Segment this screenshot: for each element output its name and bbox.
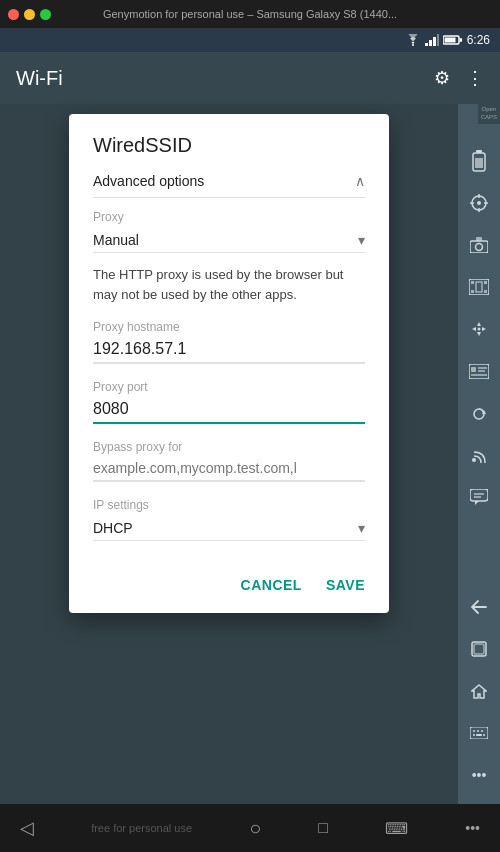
svg-point-52 — [483, 734, 485, 736]
sidebar-camera-icon[interactable] — [458, 224, 500, 266]
proxy-field-group: Proxy Manual ▾ — [93, 210, 365, 253]
svg-rect-21 — [471, 281, 474, 284]
svg-marker-45 — [472, 685, 486, 698]
app-bar: Wi-Fi ⚙ ⋮ — [0, 52, 500, 104]
proxy-port-group: Proxy port — [93, 380, 365, 424]
phone-frame: Genymotion for personal use – Samsung Ga… — [0, 0, 500, 852]
sidebar-rss-icon[interactable] — [458, 434, 500, 476]
sidebar-keyboard-icon[interactable] — [458, 712, 500, 754]
svg-rect-6 — [444, 38, 455, 43]
svg-rect-2 — [429, 40, 432, 46]
svg-point-30 — [478, 328, 481, 331]
sidebar-film-icon[interactable] — [458, 266, 500, 308]
svg-marker-29 — [482, 327, 486, 331]
nav-keyboard-button[interactable]: ⌨ — [385, 819, 408, 838]
proxy-hostname-input[interactable] — [93, 336, 365, 364]
maximize-button[interactable] — [40, 9, 51, 20]
svg-marker-26 — [477, 322, 481, 326]
chevron-up-icon: ∧ — [355, 173, 365, 189]
status-time: 6:26 — [467, 33, 490, 47]
personal-use-label: free for personal use — [91, 822, 192, 834]
app-bar-icons: ⚙ ⋮ — [434, 67, 484, 89]
svg-point-49 — [481, 730, 483, 732]
nav-back-button[interactable]: ◁ — [20, 817, 34, 839]
svg-point-50 — [473, 734, 475, 736]
sidebar-more-icon[interactable]: ••• — [458, 754, 500, 796]
sidebar-back-nav-icon[interactable] — [458, 586, 500, 628]
status-icons: 6:26 — [405, 33, 490, 47]
proxy-info-text: The HTTP proxy is used by the browser bu… — [93, 265, 365, 304]
nav-bar: ◁ free for personal use ○ □ ⌨ ••• — [0, 804, 500, 852]
sidebar-recent-icon[interactable] — [458, 628, 500, 670]
ip-settings-dropdown-arrow: ▾ — [358, 520, 365, 536]
sidebar-id-icon[interactable] — [458, 350, 500, 392]
app-bar-title: Wi-Fi — [16, 67, 63, 90]
svg-rect-25 — [476, 282, 482, 292]
main-content: OpenCAPS — [0, 104, 500, 804]
ip-settings-label: IP settings — [93, 498, 365, 512]
proxy-label: Proxy — [93, 210, 365, 224]
ip-settings-dropdown[interactable]: DHCP ▾ — [93, 516, 365, 541]
svg-rect-10 — [475, 158, 483, 168]
bypass-proxy-input[interactable] — [93, 456, 365, 482]
bypass-proxy-label: Bypass proxy for — [93, 440, 365, 454]
svg-rect-39 — [470, 489, 488, 501]
sidebar-gps-icon[interactable] — [458, 182, 500, 224]
svg-point-18 — [476, 244, 483, 251]
proxy-port-input[interactable] — [93, 396, 365, 424]
opencaps-badge: OpenCAPS — [478, 104, 500, 124]
svg-point-47 — [473, 730, 475, 732]
svg-rect-19 — [476, 237, 482, 241]
cancel-button[interactable]: CANCEL — [233, 569, 310, 601]
svg-rect-46 — [470, 727, 488, 739]
nav-home-button[interactable]: ○ — [249, 817, 261, 840]
proxy-dropdown[interactable]: Manual ▾ — [93, 228, 365, 253]
sidebar-chat-icon[interactable] — [458, 476, 500, 518]
battery-icon — [443, 34, 463, 46]
ip-settings-value: DHCP — [93, 520, 133, 536]
svg-point-48 — [477, 730, 479, 732]
svg-rect-51 — [476, 734, 482, 736]
svg-marker-28 — [472, 327, 476, 331]
svg-rect-32 — [471, 367, 476, 372]
svg-rect-9 — [476, 150, 482, 153]
nav-more-button[interactable]: ••• — [465, 820, 480, 836]
title-bar: Genymotion for personal use – Samsung Ga… — [0, 0, 500, 28]
advanced-options-label: Advanced options — [93, 173, 204, 189]
svg-rect-7 — [460, 38, 462, 42]
proxy-value: Manual — [93, 232, 139, 248]
wifi-dialog: WiredSSID Advanced options ∧ Proxy Manua… — [69, 114, 389, 613]
svg-marker-27 — [477, 332, 481, 336]
wifi-icon — [405, 34, 421, 46]
svg-rect-44 — [474, 644, 484, 654]
advanced-options-header[interactable]: Advanced options ∧ — [93, 165, 365, 198]
svg-rect-4 — [437, 34, 439, 46]
bypass-proxy-group: Bypass proxy for — [93, 440, 365, 482]
window-controls — [8, 9, 51, 20]
more-options-icon[interactable]: ⋮ — [466, 67, 484, 89]
close-button[interactable] — [8, 9, 19, 20]
ip-settings-field-group: IP settings DHCP ▾ — [93, 498, 365, 541]
save-button[interactable]: SAVE — [318, 569, 373, 601]
proxy-port-label: Proxy port — [93, 380, 365, 394]
svg-rect-1 — [425, 43, 428, 46]
dialog-actions: CANCEL SAVE — [69, 561, 389, 613]
svg-rect-23 — [471, 290, 474, 293]
minimize-button[interactable] — [24, 9, 35, 20]
sidebar-home-nav-icon[interactable] — [458, 670, 500, 712]
svg-rect-3 — [433, 37, 436, 46]
status-bar: 6:26 — [0, 28, 500, 52]
sidebar-rotate-icon[interactable] — [458, 392, 500, 434]
nav-recents-button[interactable]: □ — [318, 819, 328, 837]
svg-marker-42 — [475, 501, 479, 505]
svg-point-0 — [412, 44, 414, 46]
proxy-hostname-group: Proxy hostname — [93, 320, 365, 364]
svg-rect-24 — [484, 290, 487, 293]
dialog-body: Advanced options ∧ Proxy Manual ▾ The HT… — [69, 165, 389, 561]
settings-icon[interactable]: ⚙ — [434, 67, 450, 89]
signal-icon — [425, 34, 439, 46]
dialog-title: WiredSSID — [69, 114, 389, 165]
sidebar-move-icon[interactable] — [458, 308, 500, 350]
sidebar-battery-icon[interactable] — [458, 140, 500, 182]
dialog-overlay: WiredSSID Advanced options ∧ Proxy Manua… — [0, 104, 458, 804]
